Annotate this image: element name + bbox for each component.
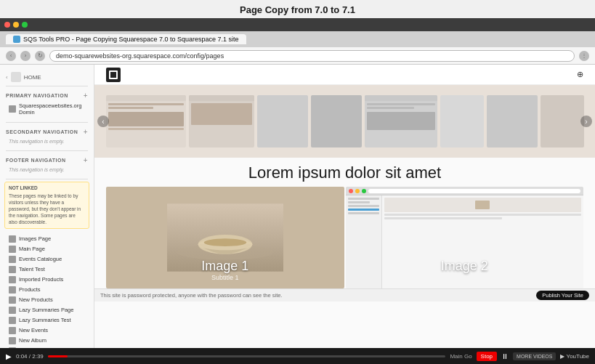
sidebar-sep-2 (6, 122, 88, 123)
sidebar-item-talent[interactable]: Talent Test (6, 264, 88, 275)
footer-nav-empty: This navigation is empty. (6, 166, 88, 174)
footer-nav-add[interactable]: + (84, 156, 88, 164)
sidebar-item-new-page-too[interactable]: New Page Too (6, 346, 88, 348)
sidebar-item-events[interactable]: Events Catalogue (6, 254, 88, 264)
nav-item-label: New Album (19, 337, 46, 344)
play-pause-button[interactable]: ▶ (6, 352, 12, 360)
password-notice: This site is password protected, anyone … (100, 292, 283, 299)
tab-favicon (13, 36, 20, 43)
publish-button[interactable]: Publish Your Site (536, 291, 589, 300)
gallery-img-8 (541, 95, 584, 147)
image-2-label: Image 2 (441, 259, 488, 274)
nav-item-label: Imported Products (19, 276, 63, 283)
sidebar-item-lazy-summaries[interactable]: Lazy Summaries Page (6, 305, 88, 315)
page-icon (9, 327, 16, 334)
gallery-img-7 (487, 95, 538, 147)
gallery-img-4 (311, 95, 362, 147)
sidebar-item-imported[interactable]: Imported Products (6, 275, 88, 285)
page-icon (9, 105, 16, 113)
page-icon (9, 347, 16, 348)
secondary-nav-section: SECONDARY NAVIGATION + This navigation i… (0, 125, 94, 148)
youtube-logo: ▶ YouTube (560, 353, 589, 360)
page-icon (9, 296, 16, 304)
nav-items-list: Images Page Main Page Events Catalogue T… (0, 231, 94, 348)
video-progress-fill (48, 355, 68, 357)
gallery-next-arrow[interactable]: › (580, 116, 592, 127)
nav-item-label: Lazy Summaries Test (19, 317, 71, 323)
tab-bar: SQS Tools PRO - Page Copying Squarespace… (0, 31, 595, 47)
sidebar-item-new-events[interactable]: New Events (6, 325, 88, 336)
nav-item-label: Events Catalogue (19, 256, 62, 262)
window-title: Page Copy from 7.0 to 7.1 (0, 0, 595, 18)
video-time: 0:04 / 2:39 (16, 353, 44, 360)
page-icon (9, 337, 16, 344)
secondary-nav-empty: This navigation is empty. (6, 137, 88, 145)
nav-item-label: New Page Too (19, 347, 54, 348)
squarespace-logo (106, 68, 121, 82)
nav-item-label: Lazy Summaries Page (19, 307, 73, 313)
extensions-button[interactable]: ⋮ (579, 51, 589, 61)
forward-button[interactable]: › (20, 51, 31, 61)
address-text: demo-squarewebsites-org.squarespace.com/… (56, 52, 224, 60)
close-button[interactable] (4, 22, 10, 28)
chevron-icon: ‹ (6, 74, 8, 81)
sidebar-item-new-album[interactable]: New Album (6, 336, 88, 346)
sidebar-separator (6, 86, 88, 86)
image-1-label: Image 1 (201, 259, 248, 274)
sidebar: ‹ HOME PRIMARY NAVIGATION + Squarespacew… (0, 65, 94, 348)
not-linked-description: These pages may be linked to by visitors… (9, 193, 85, 225)
primary-nav-section: PRIMARY NAVIGATION + Squarespacewebsites… (0, 89, 94, 120)
tab-label: SQS Tools PRO - Page Copying Squarespace… (23, 36, 239, 43)
gallery-img-1 (106, 95, 186, 147)
secondary-nav-label: SECONDARY NAVIGATION + (6, 128, 88, 136)
sidebar-item-new-products[interactable]: New Products (6, 295, 88, 305)
active-tab[interactable]: SQS Tools PRO - Page Copying Squarespace… (6, 34, 246, 44)
video-controls-bar: ▶ 0:04 / 2:39 Main Go Stop ⏸ MORE VIDEOS… (0, 348, 595, 364)
page-icon (9, 276, 16, 283)
publish-bar: This site is password protected, anyone … (94, 288, 595, 302)
nav-item-label: Products (19, 286, 41, 293)
gallery-prev-arrow[interactable]: ‹ (97, 116, 109, 127)
back-button[interactable]: ‹ (6, 51, 16, 61)
nav-item-label: Images Page (19, 235, 51, 242)
secondary-nav-add[interactable]: + (84, 128, 88, 136)
main-content: ‹ HOME PRIMARY NAVIGATION + Squarespacew… (0, 65, 595, 348)
address-input[interactable]: demo-squarewebsites-org.squarespace.com/… (49, 50, 575, 62)
page-icon (9, 317, 16, 324)
sidebar-item-main-page[interactable]: Main Page (6, 244, 88, 254)
sidebar-item-products[interactable]: Products (6, 285, 88, 295)
refresh-button[interactable]: ↻ (35, 51, 45, 61)
image-1-sublabel: Subtitle 1 (211, 274, 239, 281)
maximize-button[interactable] (22, 22, 28, 28)
address-bar: ‹ › ↻ demo-squarewebsites-org.squarespac… (0, 47, 595, 65)
sidebar-home[interactable]: ‹ HOME (0, 69, 94, 84)
sidebar-item-squarespace[interactable]: Squarespacewebsites.org Domin (6, 101, 88, 117)
footer-nav-label: FOOTER NAVIGATION + (6, 156, 88, 164)
primary-nav-label: PRIMARY NAVIGATION + (6, 92, 88, 100)
nav-item-label: Talent Test (19, 266, 45, 272)
cart-icon[interactable]: ⊕ (577, 70, 583, 79)
bottom-image-card-2: Image 2 (346, 187, 584, 288)
title-text: Page Copy from 7.0 to 7.1 (240, 4, 355, 15)
lorem-title: Lorem ipsum dolor sit amet (106, 163, 583, 182)
stop-button[interactable]: Stop (477, 352, 497, 361)
sidebar-item-images-page[interactable]: Images Page (6, 234, 88, 244)
page-content-area: ⊕ ‹ (94, 65, 595, 348)
sidebar-item-lazy-test[interactable]: Lazy Summaries Test (6, 315, 88, 325)
gallery-images-container (94, 95, 595, 147)
gallery-img-5 (365, 95, 437, 147)
gallery-img-6 (440, 95, 484, 147)
gallery-img-2 (189, 95, 254, 147)
primary-nav-add[interactable]: + (84, 92, 88, 100)
pause-icon[interactable]: ⏸ (501, 352, 509, 360)
page-icon (9, 286, 16, 294)
bottom-images-section: Image 1 Subtitle 1 (94, 187, 595, 288)
page-icon (9, 256, 16, 263)
more-videos-button[interactable]: MORE VIDEOS (513, 352, 556, 360)
nav-item-label: New Products (19, 296, 53, 303)
not-linked-box: NOT LINKED These pages may be linked to … (4, 182, 89, 229)
sidebar-sep-4 (6, 179, 88, 179)
sidebar-link-text: Squarespacewebsites.org Domin (19, 102, 85, 116)
minimize-button[interactable] (13, 22, 19, 28)
video-progress-bar[interactable] (48, 355, 446, 357)
